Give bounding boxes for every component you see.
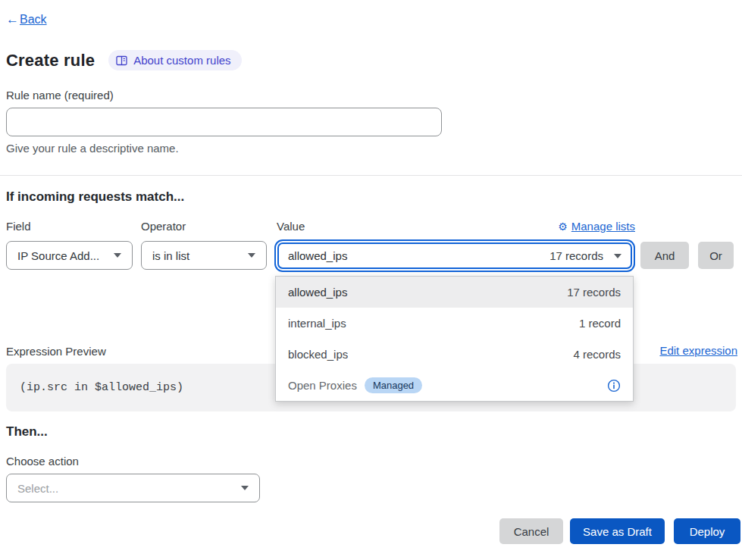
rule-name-label: Rule name (required)	[6, 89, 114, 102]
edit-expression-link[interactable]: Edit expression	[659, 344, 737, 357]
list-option-blocked-ips[interactable]: blocked_ips 4 records	[276, 339, 633, 370]
value-records-count: 17 records	[549, 249, 603, 262]
back-label: Back	[20, 13, 47, 27]
expression-code: (ip.src in $allowed_ips)	[20, 381, 183, 394]
list-option-internal-ips[interactable]: internal_ips 1 record	[276, 308, 633, 339]
value-combobox-text: allowed_ips	[288, 249, 549, 262]
cancel-button[interactable]: Cancel	[499, 518, 563, 544]
expression-preview-label: Expression Preview	[6, 345, 106, 358]
operator-select[interactable]: is in list	[141, 241, 267, 270]
or-button[interactable]: Or	[698, 242, 734, 269]
rule-name-input[interactable]	[6, 108, 442, 136]
chevron-down-icon[interactable]	[614, 254, 621, 258]
action-select-placeholder: Select...	[17, 482, 241, 495]
list-dropdown-panel: allowed_ips 17 records internal_ips 1 re…	[275, 276, 634, 402]
save-as-draft-button[interactable]: Save as Draft	[570, 518, 665, 544]
list-option-records: 17 records	[567, 286, 621, 299]
list-option-name: internal_ips	[288, 317, 346, 330]
create-rule-page: ←Back Create rule About custom rules Rul…	[0, 0, 742, 560]
list-option-name: allowed_ips	[288, 286, 347, 299]
about-custom-rules-badge[interactable]: About custom rules	[108, 50, 241, 70]
book-icon	[116, 55, 127, 66]
edit-expression-label: Edit expression	[659, 344, 737, 357]
about-badge-label: About custom rules	[133, 54, 230, 67]
chevron-down-icon	[248, 253, 255, 258]
value-combobox[interactable]: allowed_ips 17 records	[277, 242, 632, 269]
chevron-down-icon	[114, 253, 121, 258]
operator-column-label: Operator	[141, 220, 186, 233]
back-arrow-icon: ←	[6, 12, 19, 27]
list-option-allowed-ips[interactable]: allowed_ips 17 records	[276, 277, 633, 308]
list-option-records: 4 records	[573, 348, 621, 361]
choose-action-label: Choose action	[6, 455, 79, 468]
deploy-button[interactable]: Deploy	[674, 518, 740, 544]
list-option-records: 1 record	[579, 317, 621, 330]
managed-badge: Managed	[365, 377, 422, 393]
list-option-open-proxies[interactable]: Open Proxies Managed	[276, 370, 633, 401]
manage-lists-link[interactable]: ⚙ Manage lists	[558, 220, 635, 233]
manage-lists-label: Manage lists	[571, 220, 635, 233]
field-column-label: Field	[6, 220, 31, 233]
and-button[interactable]: And	[640, 242, 689, 269]
operator-select-value: is in list	[152, 249, 248, 262]
section-divider	[0, 175, 742, 176]
value-column-label: Value	[277, 220, 305, 233]
gear-icon: ⚙	[558, 221, 568, 232]
page-title: Create rule	[6, 51, 95, 70]
back-link[interactable]: ←Back	[6, 12, 47, 27]
rule-name-helper: Give your rule a descriptive name.	[6, 142, 179, 155]
field-select-value: IP Source Add...	[17, 249, 114, 262]
list-option-name: Open Proxies	[288, 379, 357, 392]
title-row: Create rule About custom rules	[6, 50, 242, 70]
field-select[interactable]: IP Source Add...	[6, 241, 133, 270]
match-section-heading: If incoming requests match...	[6, 189, 184, 205]
chevron-down-icon	[241, 486, 249, 490]
action-select[interactable]: Select...	[6, 474, 260, 502]
then-section-heading: Then...	[6, 424, 48, 440]
list-option-name: blocked_ips	[288, 348, 348, 361]
info-icon[interactable]	[607, 379, 621, 393]
